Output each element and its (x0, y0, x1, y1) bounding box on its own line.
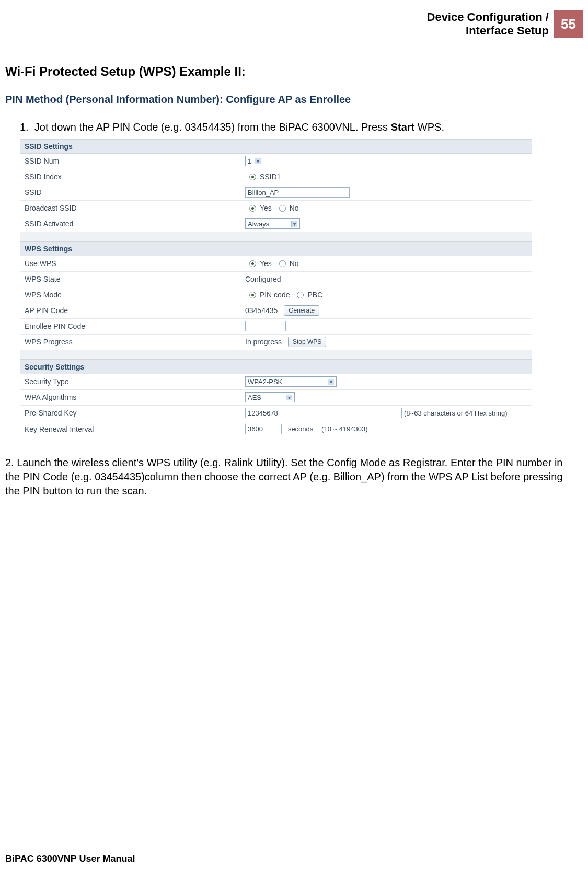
usewps-yes-label: Yes (260, 259, 272, 268)
label-ap-pin-code: AP PIN Code (20, 306, 245, 315)
step-text-post: WPS. (414, 121, 444, 133)
row-wpa-algorithms: WPA Algorithms AES ▾ (20, 390, 532, 406)
label-wps-progress: WPS Progress (20, 338, 245, 346)
label-wpa-algorithms: WPA Algorithms (20, 393, 245, 401)
security-type-select[interactable]: WPA2-PSK ▾ (245, 376, 337, 387)
wps-progress-value: In progress (245, 338, 282, 346)
row-ssid-activated: SSID Activated Always ▾ (20, 216, 532, 232)
row-wps-progress: WPS Progress In progress Stop WPS (20, 335, 532, 350)
row-broadcast-ssid: Broadcast SSID Yes No (20, 201, 532, 216)
breadcrumb: Device Configuration / Interface Setup (427, 10, 554, 38)
wpsmode-pin-radio[interactable] (249, 292, 256, 298)
label-ssid: SSID (20, 188, 245, 197)
ssid-num-value: 1 (248, 157, 251, 165)
broadcast-no-radio[interactable] (279, 205, 286, 212)
chevron-down-icon: ▾ (328, 379, 334, 385)
row-ssid-num: SSID Num 1 ▾ (20, 154, 532, 169)
label-psk: Pre-Shared Key (20, 409, 245, 417)
label-ssid-num: SSID Num (20, 157, 245, 165)
row-enrollee-pin-code: Enrollee PIN Code (20, 319, 532, 335)
wpa-algorithms-select[interactable]: AES ▾ (245, 392, 295, 402)
ssid1-radio[interactable] (249, 174, 256, 180)
wpsmode-pbc-radio[interactable] (297, 292, 304, 298)
chevron-down-icon: ▾ (286, 395, 292, 400)
security-settings-header: Security Settings (20, 360, 532, 374)
label-ssid-index: SSID Index (20, 172, 245, 181)
row-security-type: Security Type WPA2-PSK ▾ (20, 374, 532, 390)
wpa-algorithms-value: AES (248, 394, 283, 401)
ssid-activated-value: Always (248, 220, 288, 228)
page-number-badge: 55 (554, 10, 583, 38)
row-wps-mode: WPS Mode PIN code PBC (20, 287, 532, 303)
broadcast-yes-label: Yes (260, 204, 272, 212)
row-key-renewal: Key Renewal Interval seconds (10 ~ 41943… (20, 421, 532, 437)
ssid-num-select[interactable]: 1 ▾ (245, 156, 263, 166)
label-wps-state: WPS State (20, 275, 245, 283)
label-enrollee-pin: Enrollee PIN Code (20, 322, 245, 330)
section-separator (20, 350, 532, 360)
step-1-text: 1. Jot down the AP PIN Code (e.g. 034544… (20, 121, 583, 133)
footer-text: BiPAC 6300VNP User Manual (5, 854, 135, 865)
usewps-no-label: No (290, 259, 299, 268)
key-renewal-unit: seconds (288, 425, 313, 433)
row-wps-state: WPS State Configured (20, 272, 532, 287)
key-renewal-input[interactable] (245, 424, 282, 434)
chevron-down-icon: ▾ (255, 158, 261, 164)
ssid-activated-select[interactable]: Always ▾ (245, 218, 300, 229)
ssid-settings-header: SSID Settings (20, 139, 532, 154)
row-ap-pin-code: AP PIN Code 03454435 Generate (20, 303, 532, 319)
row-ssid: SSID (20, 185, 532, 201)
row-pre-shared-key: Pre-Shared Key (8~63 characters or 64 He… (20, 406, 532, 421)
ssid1-radio-label: SSID1 (260, 172, 281, 181)
label-use-wps: Use WPS (20, 259, 245, 268)
label-wps-mode: WPS Mode (20, 291, 245, 299)
step-2-text: 2. Launch the wireless client's WPS util… (5, 456, 583, 498)
psk-note: (8~63 characters or 64 Hex string) (404, 409, 508, 417)
section-separator (20, 232, 532, 241)
security-type-value: WPA2-PSK (248, 378, 325, 386)
row-ssid-index: SSID Index SSID1 (20, 169, 532, 185)
ssid-input[interactable] (245, 187, 350, 198)
breadcrumb-line1: Device Configuration / (427, 10, 549, 24)
wpsmode-pin-label: PIN code (260, 291, 290, 299)
config-panel: SSID Settings SSID Num 1 ▾ SSID Index SS… (20, 139, 532, 437)
generate-button[interactable]: Generate (284, 305, 319, 316)
label-ssid-activated: SSID Activated (20, 220, 245, 228)
step-text-bold: Start (391, 121, 415, 133)
row-use-wps: Use WPS Yes No (20, 256, 532, 272)
label-security-type: Security Type (20, 377, 245, 386)
breadcrumb-line2: Interface Setup (466, 24, 549, 37)
step-text-pre: Jot down the AP PIN Code (e.g. 03454435)… (34, 121, 391, 133)
usewps-yes-radio[interactable] (249, 260, 256, 267)
usewps-no-radio[interactable] (279, 260, 286, 267)
page-title: Wi-Fi Protected Setup (WPS) Example II: (5, 64, 583, 79)
chevron-down-icon: ▾ (291, 221, 297, 227)
label-key-renewal: Key Renewal Interval (20, 425, 245, 433)
broadcast-no-label: No (290, 204, 299, 212)
ap-pin-value: 03454435 (245, 306, 278, 315)
wpsmode-pbc-label: PBC (307, 291, 322, 299)
enrollee-pin-input[interactable] (245, 321, 286, 331)
step-number: 1. (20, 121, 29, 133)
key-renewal-range: (10 ~ 4194303) (321, 425, 368, 433)
wps-state-value: Configured (245, 275, 281, 283)
wps-settings-header: WPS Settings (20, 241, 532, 256)
broadcast-yes-radio[interactable] (249, 205, 256, 212)
stop-wps-button[interactable]: Stop WPS (288, 337, 326, 347)
section-subtitle: PIN Method (Personal Information Number)… (5, 94, 583, 106)
page-header: Device Configuration / Interface Setup 5… (5, 10, 583, 38)
label-broadcast-ssid: Broadcast SSID (20, 204, 245, 212)
psk-input[interactable] (245, 408, 402, 418)
